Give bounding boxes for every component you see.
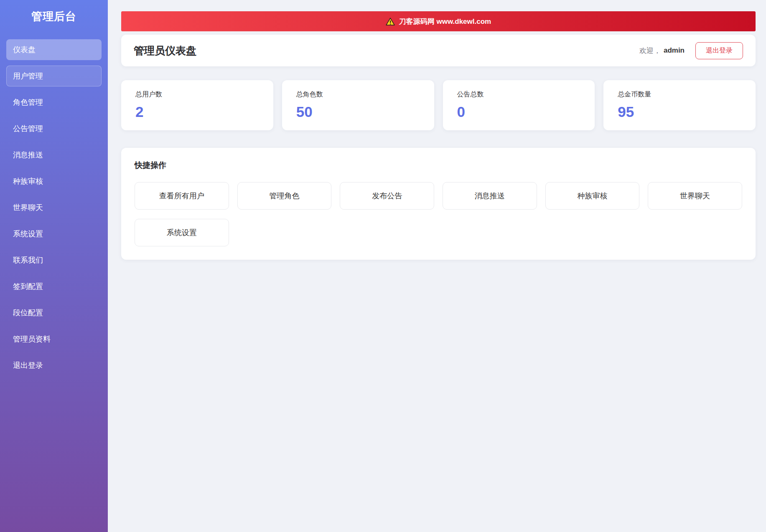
sidebar-item-label: 角色管理 <box>13 97 43 107</box>
sidebar-item-label: 联系我们 <box>13 255 43 265</box>
quick-action-label: 世界聊天 <box>680 191 710 201</box>
quick-action-button-manage-roles[interactable]: 管理角色 <box>237 182 332 210</box>
header-user-area: 欢迎， admin 退出登录 <box>639 42 743 59</box>
quick-actions-title: 快捷操作 <box>135 160 742 170</box>
quick-action-button-publish-announcement[interactable]: 发布公告 <box>340 182 434 210</box>
welcome-text: 欢迎， <box>639 46 661 56</box>
sidebar-item-label: 系统设置 <box>13 229 43 239</box>
sidebar-item-label: 世界聊天 <box>13 203 43 213</box>
sidebar-item-users[interactable]: 用户管理 <box>6 66 102 86</box>
sidebar-item-dashboard[interactable]: 仪表盘 <box>6 39 102 60</box>
stat-label: 总用户数 <box>135 90 259 99</box>
quick-action-label: 消息推送 <box>475 191 505 201</box>
stat-card: 总用户数 2 <box>121 80 273 130</box>
sidebar-item-roles[interactable]: 角色管理 <box>6 92 102 113</box>
sidebar-item-label: 种族审核 <box>13 176 43 186</box>
sidebar-item-logout[interactable]: 退出登录 <box>6 355 102 376</box>
logout-button[interactable]: 退出登录 <box>695 42 743 59</box>
sidebar-menu: 仪表盘 用户管理 角色管理 公告管理 消息推送 种族审核 世界聊天 <box>0 39 108 376</box>
quick-action-label: 种族审核 <box>577 191 607 201</box>
quick-action-button-world-chat[interactable]: 世界聊天 <box>648 182 742 210</box>
quick-action-button-system-settings[interactable]: 系统设置 <box>135 219 229 246</box>
sidebar-item-label: 公告管理 <box>13 124 43 134</box>
stat-label: 总金币数量 <box>618 90 741 99</box>
quick-action-label: 发布公告 <box>372 191 402 201</box>
stat-card: 总角色数 50 <box>282 80 434 130</box>
stat-value: 95 <box>618 104 741 120</box>
sidebar-item-world-chat[interactable]: 世界聊天 <box>6 197 102 218</box>
quick-action-label: 管理角色 <box>269 191 299 201</box>
warning-icon <box>386 18 395 25</box>
sidebar-item-rank-config[interactable]: 段位配置 <box>6 302 102 323</box>
quick-action-button-message-push[interactable]: 消息推送 <box>443 182 537 210</box>
stat-label: 公告总数 <box>457 90 581 99</box>
page-title: 管理员仪表盘 <box>134 44 196 58</box>
stat-label: 总角色数 <box>296 90 420 99</box>
sidebar-item-label: 用户管理 <box>13 71 43 81</box>
stat-card: 公告总数 0 <box>443 80 595 130</box>
sidebar-item-settings[interactable]: 系统设置 <box>6 223 102 244</box>
stat-value: 0 <box>457 104 581 120</box>
sidebar-item-admin-profile[interactable]: 管理员资料 <box>6 329 102 350</box>
notice-banner-text: 刀客源码网 www.dkewl.com <box>399 17 491 26</box>
notice-banner: 刀客源码网 www.dkewl.com <box>121 11 756 31</box>
stat-value: 50 <box>296 104 420 120</box>
sidebar-item-message-push[interactable]: 消息推送 <box>6 144 102 165</box>
username: admin <box>664 46 685 55</box>
sidebar-item-checkin-config[interactable]: 签到配置 <box>6 276 102 297</box>
sidebar-item-label: 退出登录 <box>13 360 43 370</box>
page-header: 管理员仪表盘 欢迎， admin 退出登录 <box>121 35 756 66</box>
sidebar-item-contact[interactable]: 联系我们 <box>6 250 102 271</box>
app-title: 管理后台 <box>0 0 108 24</box>
sidebar: 管理后台 仪表盘 用户管理 角色管理 公告管理 消息推送 种族审核 <box>0 0 108 532</box>
quick-action-label: 系统设置 <box>167 228 197 238</box>
quick-action-button-view-all-users[interactable]: 查看所有用户 <box>135 182 229 210</box>
sidebar-item-announcements[interactable]: 公告管理 <box>6 118 102 139</box>
stat-card: 总金币数量 95 <box>603 80 756 130</box>
sidebar-item-label: 签到配置 <box>13 281 43 291</box>
sidebar-item-race-review[interactable]: 种族审核 <box>6 171 102 192</box>
stat-value: 2 <box>135 104 259 120</box>
sidebar-item-label: 消息推送 <box>13 150 43 160</box>
sidebar-item-label: 仪表盘 <box>13 45 36 55</box>
stats-row: 总用户数 2 总角色数 50 公告总数 0 总金币数量 95 <box>121 80 756 130</box>
quick-actions-panel: 快捷操作 查看所有用户 管理角色 发布公告 消息推送 <box>121 148 756 260</box>
sidebar-item-label: 段位配置 <box>13 308 43 318</box>
quick-action-button-race-review[interactable]: 种族审核 <box>545 182 640 210</box>
main-content: 刀客源码网 www.dkewl.com 管理员仪表盘 欢迎， admin 退出登… <box>108 0 766 260</box>
quick-action-label: 查看所有用户 <box>159 191 204 201</box>
sidebar-item-label: 管理员资料 <box>13 334 51 344</box>
quick-actions-grid: 查看所有用户 管理角色 发布公告 消息推送 种族审核 <box>135 182 742 246</box>
